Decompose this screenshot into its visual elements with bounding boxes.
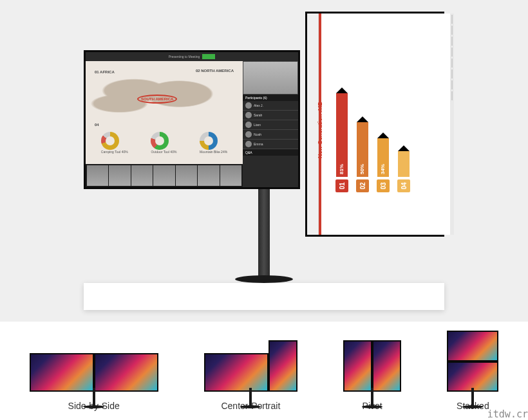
bar-value-02: 50% <box>357 122 368 177</box>
desk-surface <box>84 283 444 310</box>
slide-thumb <box>451 48 453 57</box>
ppt-thumbnails <box>450 14 454 235</box>
slide-thumb <box>451 15 453 24</box>
map-label-circled: SOUTH AMERICA <box>137 95 177 104</box>
conference-topbar: Presenting to Meeting <box>86 52 298 61</box>
map-label-04: 04 <box>95 123 99 127</box>
conference-status: Presenting to Meeting <box>169 55 200 59</box>
arrow-bar-chart: 01 81% 02 50% 03 34% 04 <box>335 77 438 192</box>
hero-section: Presenting to Meeting 01 AFRICA 02 NORTH… <box>0 0 528 322</box>
monitor-left-screen: Presenting to Meeting 01 AFRICA 02 NORTH… <box>86 52 298 187</box>
video-thumb <box>109 165 130 186</box>
video-thumb <box>220 165 241 186</box>
video-thumb <box>198 165 219 186</box>
slide-thumb <box>451 80 453 89</box>
mini-monitor <box>94 353 158 392</box>
ppt-slide: New Generation :MZ 01 81% 02 50% 03 34% <box>307 14 450 235</box>
video-thumb <box>131 165 153 186</box>
video-thumb <box>153 165 174 186</box>
map-label-01: 01 AFRICA <box>95 70 115 74</box>
qna-header: Q&A <box>243 149 298 156</box>
mini-monitor <box>447 331 498 361</box>
dual-monitor-group: Presenting to Meeting 01 AFRICA 02 NORTH… <box>84 12 444 237</box>
world-map-slide: 01 AFRICA 02 NORTH AMERICA SOUTH AMERICA… <box>86 61 243 164</box>
slide-thumb <box>451 91 453 100</box>
config-pivot: Pivot <box>343 331 401 411</box>
ppt-title: New Generation :MZ <box>317 102 323 158</box>
slide-thumb <box>451 59 453 68</box>
monitor-stand-base <box>235 275 293 283</box>
mini-monitor <box>269 340 297 392</box>
conference-sidebar: Participants (6) Alex J. Sarah Liam Noah… <box>243 61 298 187</box>
mini-monitor <box>447 361 498 392</box>
config-center-portrait: Center-Portrait <box>204 331 297 411</box>
bar-rank-02: 02 <box>356 179 369 192</box>
monitor-right-portrait: New Generation :MZ 01 81% 02 50% 03 34% <box>305 12 444 237</box>
map-label-02: 02 NORTH AMERICA <box>196 69 234 73</box>
donut-2: Outdoor Tool 40% <box>151 132 176 154</box>
mini-monitor <box>30 353 94 392</box>
config-stacked: Stacked <box>447 331 498 411</box>
participant-row: Sarah <box>243 111 298 120</box>
monitor-right-screen: New Generation :MZ 01 81% 02 50% 03 34% <box>307 14 442 235</box>
mini-monitor <box>343 340 372 392</box>
config-side-by-side: Side-by-Side <box>30 331 158 411</box>
bar-rank-01: 01 <box>335 179 348 192</box>
presenter-video <box>243 61 298 95</box>
slide-thumb <box>451 69 453 78</box>
participant-row: Noah <box>243 130 298 140</box>
bar-rank-04: 04 <box>397 179 410 192</box>
video-thumb <box>176 165 197 186</box>
video-thumb <box>87 165 108 186</box>
donut-1: Camping Tool 40% <box>101 132 128 154</box>
participant-row: Emma <box>243 140 298 149</box>
bar-value-01: 81% <box>336 93 348 177</box>
recording-indicator <box>202 54 215 59</box>
configurations-section: Side-by-Side Center-Portrait Pivot Stack… <box>0 322 528 420</box>
slide-thumb <box>451 37 453 46</box>
bar-value-03: 34% <box>377 138 389 177</box>
monitor-left-landscape: Presenting to Meeting 01 AFRICA 02 NORTH… <box>84 50 300 189</box>
participant-row: Alex J. <box>243 101 298 111</box>
watermark: itdw.cr <box>487 408 528 420</box>
video-thumbnails <box>86 164 243 187</box>
bar-rank-03: 03 <box>377 179 390 192</box>
participant-row: Liam <box>243 120 298 130</box>
donut-3: Mountain Bike 24% <box>200 132 227 154</box>
mini-monitor <box>372 340 401 392</box>
participants-header: Participants (6) <box>243 95 298 101</box>
mini-monitor <box>204 353 269 392</box>
slide-thumb <box>451 26 453 35</box>
